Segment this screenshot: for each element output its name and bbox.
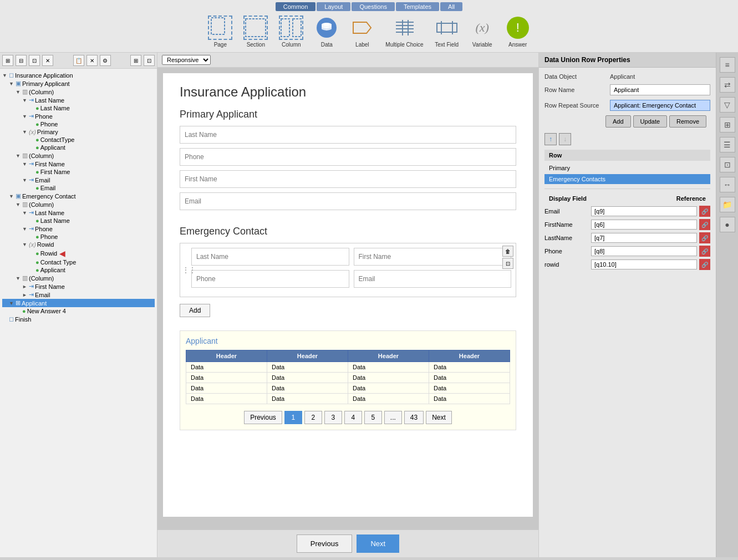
far-right-btn-6[interactable]: ⊡ bbox=[720, 157, 735, 172]
lp-btn-2[interactable]: ⊟ bbox=[16, 55, 27, 66]
tab-templates[interactable]: Templates bbox=[396, 2, 439, 11]
ref-link-rowid[interactable]: 🔗 bbox=[699, 259, 710, 270]
lp-btn-8[interactable]: ⊞ bbox=[130, 55, 141, 66]
far-right-btn-7[interactable]: ↔ bbox=[720, 177, 735, 192]
phone-input[interactable] bbox=[180, 148, 516, 166]
rp-row-name-input[interactable] bbox=[610, 84, 710, 95]
tree-item-emphone[interactable]: ▼ ⇥ Phone bbox=[2, 225, 155, 233]
rp-remove-btn[interactable]: Remove bbox=[669, 115, 706, 128]
rp-row-repeat-input[interactable] bbox=[610, 100, 710, 111]
ref-input-firstname[interactable] bbox=[591, 220, 697, 230]
rp-add-btn[interactable]: Add bbox=[605, 115, 631, 128]
tree-item-emergency[interactable]: ▼ ▣ Emergency Contact bbox=[2, 192, 155, 200]
rp-update-btn[interactable]: Update bbox=[633, 115, 667, 128]
page-5-button[interactable]: 5 bbox=[364, 411, 382, 424]
tree-item-newanswer[interactable]: ● New Answer 4 bbox=[2, 307, 155, 315]
tree-item-rowid-var[interactable]: ▼ (x) Rowid bbox=[2, 241, 155, 248]
page-2-button[interactable]: 2 bbox=[304, 411, 322, 424]
tree-item-lastname[interactable]: ▼ ⇥ Last Name bbox=[2, 96, 155, 104]
tree-item-contacttype[interactable]: ● ContactType bbox=[2, 136, 155, 144]
tree-item-rowid[interactable]: ● Rowid ◀ bbox=[2, 248, 155, 258]
lp-btn-7[interactable]: ⚙ bbox=[100, 55, 111, 66]
ref-link-firstname[interactable]: 🔗 bbox=[699, 219, 710, 230]
tree-item-col3[interactable]: ▼ ▥ (Column) bbox=[2, 274, 155, 282]
ref-input-email[interactable] bbox=[591, 206, 697, 216]
canvas-scroll[interactable]: Insurance Application Primary Applicant … bbox=[157, 68, 538, 530]
em-email-input[interactable] bbox=[354, 270, 512, 288]
email-input[interactable] bbox=[180, 192, 516, 210]
tree-item-firstname2[interactable]: ● First Name bbox=[2, 168, 155, 176]
rp-up-btn[interactable]: ↑ bbox=[544, 133, 557, 145]
page-1-button[interactable]: 1 bbox=[284, 411, 302, 424]
far-right-btn-3[interactable]: ▽ bbox=[720, 97, 735, 113]
rp-row-primary[interactable]: Primary bbox=[544, 163, 710, 173]
previous-nav-button[interactable]: Previous bbox=[297, 534, 353, 553]
tab-all[interactable]: All bbox=[440, 2, 462, 11]
page-43-button[interactable]: 43 bbox=[404, 411, 424, 424]
tree-item-emcol[interactable]: ▼ ▥ (Column) bbox=[2, 200, 155, 208]
page-3-button[interactable]: 3 bbox=[324, 411, 342, 424]
tab-layout[interactable]: Layout bbox=[317, 2, 350, 11]
ref-link-phone[interactable]: 🔗 bbox=[699, 246, 710, 257]
last-name-input[interactable] bbox=[180, 126, 516, 144]
lp-btn-1[interactable]: ⊞ bbox=[2, 55, 13, 66]
page-4-button[interactable]: 4 bbox=[344, 411, 362, 424]
tree-item-email[interactable]: ▼ ⇥ Email bbox=[2, 176, 155, 184]
tree-item-primary-var[interactable]: ▼ (x) Primary bbox=[2, 128, 155, 136]
tree-item-phone[interactable]: ▼ ⇥ Phone bbox=[2, 112, 155, 120]
tree-item-applicant2[interactable]: ● Applicant bbox=[2, 266, 155, 274]
far-right-btn-1[interactable]: ≡ bbox=[720, 57, 735, 73]
em-last-name-input[interactable] bbox=[191, 248, 349, 266]
far-right-btn-2[interactable]: ⇄ bbox=[720, 77, 735, 93]
far-right-btn-4[interactable]: ⊞ bbox=[720, 117, 735, 133]
rp-row-emergency[interactable]: Emergency Contacts bbox=[544, 174, 710, 184]
tree-item-primary[interactable]: ▼ ▣ Primary Applicant bbox=[2, 79, 155, 88]
delete-row-btn[interactable]: 🗑 bbox=[502, 246, 513, 257]
tree-item-col1[interactable]: ▼ ▥ (Column) bbox=[2, 88, 155, 96]
toolbar-textfield[interactable]: Text Field bbox=[435, 16, 459, 48]
tree-item-contacttype2[interactable]: ● Contact Type bbox=[2, 258, 155, 266]
clone-row-btn[interactable]: ⊡ bbox=[502, 258, 513, 269]
rp-down-btn[interactable]: ↓ bbox=[559, 133, 571, 145]
far-right-btn-9[interactable]: ● bbox=[720, 217, 735, 232]
toolbar-data[interactable]: Data bbox=[314, 16, 339, 48]
tree-item-insurance[interactable]: ▼ ◻ Insurance Application bbox=[2, 71, 155, 79]
tree-item-emlastname2[interactable]: ● Last Name bbox=[2, 217, 155, 225]
tree-item-phone2[interactable]: ● Phone bbox=[2, 120, 155, 128]
responsive-select[interactable]: Responsive bbox=[162, 55, 211, 65]
em-first-name-input[interactable] bbox=[354, 248, 512, 266]
prev-button[interactable]: Previous bbox=[244, 411, 282, 424]
toolbar-column[interactable]: Column bbox=[279, 16, 303, 48]
tree-item-email2[interactable]: ● Email bbox=[2, 184, 155, 192]
toolbar-multichoice[interactable]: Multiple Choice bbox=[385, 16, 423, 48]
ref-link-email[interactable]: 🔗 bbox=[699, 206, 710, 217]
tab-questions[interactable]: Questions bbox=[352, 2, 395, 11]
next-button[interactable]: Next bbox=[426, 411, 452, 424]
tree-item-emfirstname[interactable]: ► ⇥ First Name bbox=[2, 282, 155, 291]
toolbar-variable[interactable]: (x) Variable bbox=[470, 16, 495, 48]
page-ellipsis[interactable]: ... bbox=[384, 411, 402, 424]
tree-item-lastname2[interactable]: ● Last Name bbox=[2, 104, 155, 112]
next-nav-button[interactable]: Next bbox=[357, 534, 399, 553]
first-name-input[interactable] bbox=[180, 170, 516, 188]
tree-item-finish[interactable]: ◻ Finish bbox=[2, 315, 155, 323]
toolbar-answer[interactable]: ! Answer bbox=[506, 16, 530, 48]
ref-input-lastname[interactable] bbox=[591, 233, 697, 243]
tab-common[interactable]: Common bbox=[276, 2, 316, 11]
tree-item-emlastname[interactable]: ▼ ⇥ Last Name bbox=[2, 208, 155, 217]
ref-input-rowid[interactable] bbox=[591, 259, 697, 269]
far-right-btn-8[interactable]: 📁 bbox=[720, 197, 735, 212]
ref-input-phone[interactable] bbox=[591, 246, 697, 256]
tree-item-firstname[interactable]: ▼ ⇥ First Name bbox=[2, 160, 155, 168]
tree-item-col2[interactable]: ▼ ▥ (Column) bbox=[2, 151, 155, 160]
add-button[interactable]: Add bbox=[180, 304, 210, 317]
tree-item-emphone2[interactable]: ● Phone bbox=[2, 233, 155, 241]
drag-handle[interactable]: ⋮⋮ bbox=[182, 266, 196, 274]
toolbar-section[interactable]: Section bbox=[243, 16, 268, 48]
em-phone-input[interactable] bbox=[191, 270, 349, 288]
lp-btn-3[interactable]: ⊡ bbox=[29, 55, 40, 66]
lp-btn-9[interactable]: ⊡ bbox=[144, 55, 155, 66]
tree-item-ememail[interactable]: ► ⇥ Email bbox=[2, 291, 155, 299]
lp-btn-6[interactable]: ✕ bbox=[86, 55, 98, 66]
tree-item-applicant-node[interactable]: ▼ ⊞ Applicant bbox=[2, 299, 155, 307]
